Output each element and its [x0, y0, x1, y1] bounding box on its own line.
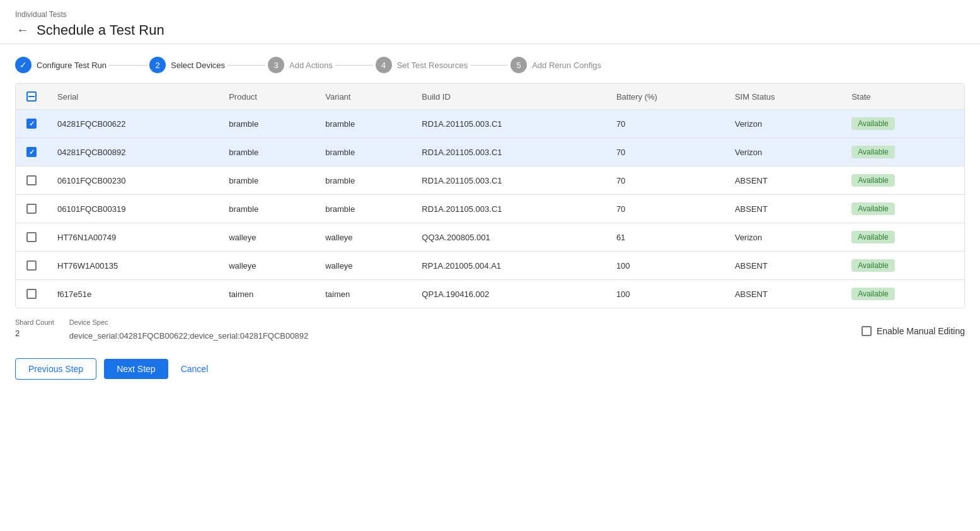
cell-build-id-6: QP1A.190416.002: [412, 280, 606, 308]
table-row: HT76W1A00135 walleye walleye RP1A.201005…: [16, 252, 964, 280]
cell-variant-3: bramble: [315, 195, 412, 223]
table-row: 06101FQCB00230 bramble bramble RD1A.2011…: [16, 166, 964, 195]
step-3-circle: 3: [268, 57, 284, 73]
step-1-label: Configure Test Run: [37, 61, 107, 70]
next-step-button[interactable]: Next Step: [104, 359, 168, 379]
row-checkbox-cell-1[interactable]: ✓: [16, 138, 47, 166]
cell-state-0: Available: [841, 110, 964, 138]
state-badge-5: Available: [851, 259, 894, 272]
cell-state-2: Available: [841, 166, 964, 195]
row-checkbox-3[interactable]: [26, 204, 37, 214]
cell-variant-0: bramble: [315, 110, 412, 138]
state-badge-2: Available: [851, 174, 894, 187]
back-button[interactable]: ←: [15, 21, 30, 38]
cell-state-4: Available: [841, 223, 964, 252]
row-checkbox-cell-3[interactable]: [16, 195, 47, 223]
cell-build-id-4: QQ3A.200805.001: [412, 223, 606, 252]
step-2-number: 2: [155, 61, 159, 70]
step-4-set-resources: 4 Set Test Resources: [376, 57, 468, 73]
step-5-circle: 5: [510, 57, 527, 73]
step-3-label: Add Actions: [289, 61, 333, 70]
col-build-id: Build ID: [412, 84, 606, 110]
cell-product-6: taimen: [219, 280, 315, 308]
enable-manual-editing-checkbox[interactable]: [862, 326, 872, 336]
step-5-number: 5: [517, 61, 521, 70]
row-checkbox-cell-2[interactable]: [16, 166, 47, 195]
row-checkbox-cell-4[interactable]: [16, 223, 47, 252]
cell-product-2: bramble: [219, 166, 315, 195]
cell-battery-3: 70: [606, 195, 725, 223]
cell-product-1: bramble: [219, 138, 315, 166]
row-checkbox-2[interactable]: [26, 175, 37, 185]
row-checkbox-cell-0[interactable]: ✓: [16, 110, 47, 138]
step-5-rerun-configs: 5 Add Rerun Configs: [510, 57, 601, 73]
col-sim-status: SIM Status: [725, 84, 841, 110]
cell-variant-1: bramble: [315, 138, 412, 166]
col-variant: Variant: [315, 84, 412, 110]
cell-serial-3: 06101FQCB00319: [47, 195, 219, 223]
select-all-checkbox[interactable]: [26, 91, 37, 102]
cell-serial-5: HT76W1A00135: [47, 252, 219, 280]
cell-battery-6: 100: [606, 280, 725, 308]
device-spec-group: Device Spec device_serial:04281FQCB00622…: [69, 318, 846, 343]
cell-state-6: Available: [841, 280, 964, 308]
state-badge-6: Available: [851, 288, 894, 300]
row-checkbox-6[interactable]: [26, 289, 37, 299]
cell-state-3: Available: [841, 195, 964, 223]
row-checkbox-1[interactable]: ✓: [26, 147, 37, 157]
shard-count-label: Shard Count: [15, 318, 54, 326]
step-connector-3: [335, 65, 373, 66]
enable-manual-editing-label: Enable Manual Editing: [877, 326, 965, 336]
cell-variant-6: taimen: [315, 280, 412, 308]
step-4-circle: 4: [376, 57, 392, 73]
state-badge-0: Available: [851, 117, 894, 130]
cell-build-id-5: RP1A.201005.004.A1: [412, 252, 606, 280]
cell-battery-1: 70: [606, 138, 725, 166]
cell-variant-2: bramble: [315, 166, 412, 195]
cell-battery-5: 100: [606, 252, 725, 280]
shard-count-value: 2: [15, 329, 54, 338]
device-spec-value: device_serial:04281FQCB00622;device_seri…: [69, 329, 846, 343]
row-checkbox-5[interactable]: [26, 260, 37, 271]
table-header-row: Serial Product Variant Build ID Battery …: [16, 84, 964, 110]
cell-state-1: Available: [841, 138, 964, 166]
cell-serial-4: HT76N1A00749: [47, 223, 219, 252]
cell-product-5: walleye: [219, 252, 315, 280]
cell-sim-status-0: Verizon: [725, 110, 841, 138]
devices-table-container: Serial Product Variant Build ID Battery …: [15, 83, 965, 308]
row-checkbox-0[interactable]: ✓: [26, 119, 37, 129]
shard-count-group: Shard Count 2: [15, 318, 54, 338]
cell-sim-status-2: ABSENT: [725, 166, 841, 195]
cell-sim-status-6: ABSENT: [725, 280, 841, 308]
col-product: Product: [219, 84, 315, 110]
row-checkbox-cell-6[interactable]: [16, 280, 47, 308]
cell-product-0: bramble: [219, 110, 315, 138]
buttons-row: Previous Step Next Step Cancel: [0, 353, 980, 395]
step-1-configure: ✓ Configure Test Run: [15, 57, 107, 73]
step-2-circle: 2: [149, 57, 166, 73]
state-badge-4: Available: [851, 231, 894, 243]
previous-step-button[interactable]: Previous Step: [15, 358, 96, 380]
step-5-label: Add Rerun Configs: [532, 61, 601, 70]
cancel-button[interactable]: Cancel: [176, 359, 214, 379]
state-badge-3: Available: [851, 202, 894, 215]
step-4-number: 4: [381, 61, 386, 70]
row-checkbox-4[interactable]: [26, 232, 37, 242]
state-badge-1: Available: [851, 146, 894, 158]
cell-variant-4: walleye: [315, 223, 412, 252]
footer-section: Shard Count 2 Device Spec device_serial:…: [0, 308, 980, 353]
row-checkbox-cell-5[interactable]: [16, 252, 47, 280]
manual-editing-section: Enable Manual Editing: [862, 326, 965, 336]
header-checkbox-cell[interactable]: [16, 84, 47, 110]
cell-state-5: Available: [841, 252, 964, 280]
cell-sim-status-1: Verizon: [725, 138, 841, 166]
step-1-checkmark: ✓: [20, 60, 27, 70]
step-2-select-devices: 2 Select Devices: [149, 57, 225, 73]
step-4-label: Set Test Resources: [397, 61, 468, 70]
col-battery: Battery (%): [606, 84, 725, 110]
cell-product-3: bramble: [219, 195, 315, 223]
check-icon: ✓: [29, 148, 35, 156]
table-row: 06101FQCB00319 bramble bramble RD1A.2011…: [16, 195, 964, 223]
step-3-number: 3: [274, 61, 278, 70]
cell-build-id-3: RD1A.201105.003.C1: [412, 195, 606, 223]
